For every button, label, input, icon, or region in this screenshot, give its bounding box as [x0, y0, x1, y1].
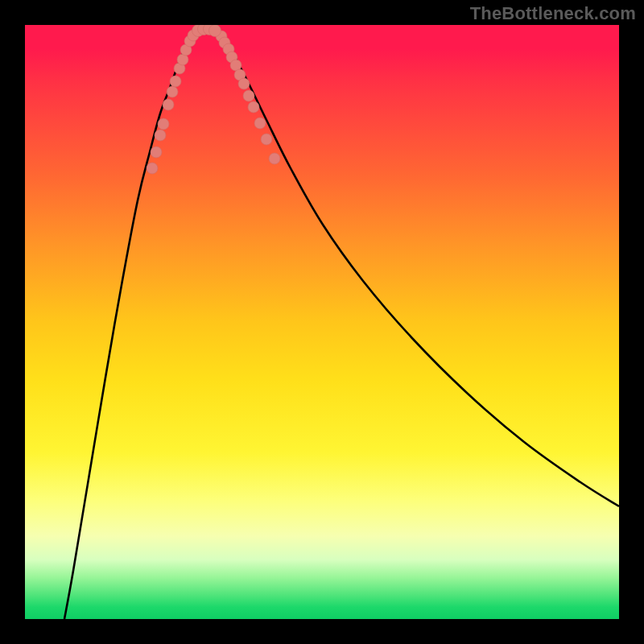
data-dot [248, 101, 259, 113]
curve-right-arm [216, 31, 619, 506]
data-dot [155, 130, 166, 141]
bottleneck-curve [64, 28, 619, 619]
data-dot [261, 134, 272, 145]
data-dot [238, 78, 250, 89]
data-dot [254, 118, 266, 129]
plot-area [25, 25, 619, 619]
data-dot [158, 118, 169, 130]
data-dot [151, 147, 162, 158]
curve-layer [25, 25, 619, 619]
data-dots [147, 25, 280, 174]
data-dot [167, 86, 178, 97]
data-dot [243, 90, 254, 101]
data-dot [147, 163, 158, 174]
data-dot [209, 25, 221, 37]
chart-frame: TheBottleneck.com [0, 0, 644, 644]
data-dot [269, 153, 280, 164]
watermark-text: TheBottleneck.com [470, 3, 636, 24]
curve-left-arm [64, 31, 197, 619]
data-dot [170, 76, 181, 87]
data-dot [163, 99, 174, 110]
